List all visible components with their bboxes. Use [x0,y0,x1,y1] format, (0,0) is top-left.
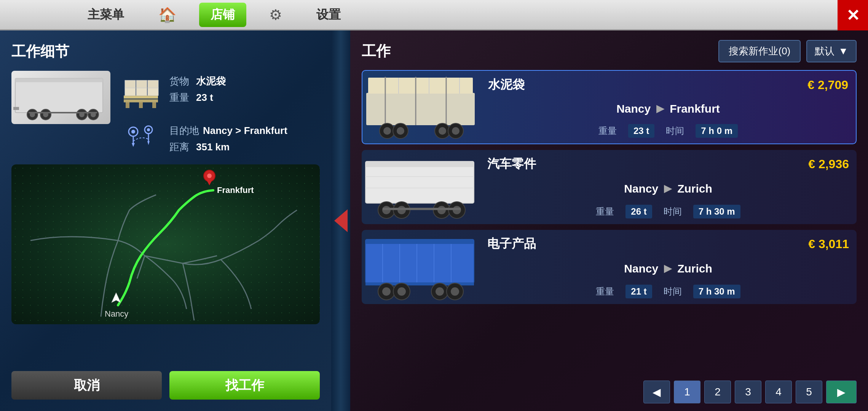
job-2-from: Nancy [624,182,658,195]
job-list: 水泥袋 € 2,709 Nancy ▶ Frankfurt 重量 23 t 时间… [362,70,857,304]
svg-text:Frankfurt: Frankfurt [217,185,254,195]
search-new-jobs-button[interactable]: 搜索新作业(0) [718,40,801,62]
time-stat-label-2: 时间 [664,206,682,218]
job-card-3-info: 电子产品 € 3,011 Nancy ▶ Zurich 重量 21 t 时间 7… [480,230,857,304]
job-1-cargo: 水泥袋 [488,76,525,93]
job-1-from: Nancy [616,102,651,115]
svg-rect-22 [152,102,156,108]
truck-image [11,71,110,124]
svg-rect-18 [136,80,147,88]
page-3-button[interactable]: 3 [735,381,761,403]
job-card-1-image [362,71,480,143]
job-card-3-header: 电子产品 € 3,011 [487,236,849,252]
svg-marker-33 [206,180,212,185]
route-arrow-icon: ▶ [656,103,664,115]
collapse-arrow-icon[interactable] [334,209,348,232]
location-row: 目的地 Nancy > Frankfurt 距离 351 km [118,122,320,157]
cargo-details: 货物 水泥袋 重量 23 t [169,71,320,107]
page-2-button[interactable]: 2 [704,381,731,403]
right-controls: 搜索新作业(0) 默认 ▼ [718,40,857,62]
right-panel-title: 工作 [362,41,391,61]
job-1-to: Frankfurt [670,102,720,115]
job-2-cargo: 汽车零件 [487,156,536,172]
job-2-route: Nancy ▶ Zurich [487,182,849,195]
job-1-stats: 重量 23 t 时间 7 h 0 m [488,124,848,138]
svg-rect-20 [126,102,129,108]
svg-rect-21 [139,102,143,108]
svg-rect-15 [136,88,147,96]
map-area: Frankfurt Nancy [11,164,320,324]
page-next-button[interactable]: ▶ [826,381,857,403]
map-svg: Frankfurt Nancy [11,164,320,324]
svg-rect-11 [13,107,19,110]
weight-label: 重量 [169,91,192,104]
find-job-button[interactable]: 找工作 [169,371,320,400]
weight-stat-label-1: 重量 [598,125,617,137]
default-sort-button[interactable]: 默认 ▼ [806,40,857,62]
job-3-to: Zurich [677,262,712,275]
svg-rect-14 [125,88,136,96]
time-stat-value-1: 7 h 0 m [696,124,738,138]
distance-row: 距离 351 km [169,140,320,154]
job-detail-top: 货物 水泥袋 重量 23 t [11,71,320,157]
weight-stat-value-3: 21 t [625,285,652,298]
svg-rect-12 [124,96,158,99]
nav-items: 主菜单 🏠 店铺 ⚙ 设置 [0,3,868,27]
svg-rect-13 [124,99,158,102]
job-card-2-image [362,150,480,224]
svg-rect-38 [368,78,473,94]
route-arrow-icon-2: ▶ [664,183,672,194]
main-content: 工作细节 [0,30,868,411]
nav-home-icon[interactable]: 🏠 [158,6,176,23]
svg-point-50 [439,127,446,135]
svg-rect-1 [15,78,103,82]
right-header: 工作 搜索新作业(0) 默认 ▼ [362,40,857,62]
svg-text:Nancy: Nancy [105,309,128,319]
page-4-button[interactable]: 4 [765,381,792,403]
cargo-icon [118,71,164,116]
nav-shop[interactable]: 店铺 [199,3,246,27]
svg-point-32 [207,174,212,178]
job-card-2-header: 汽车零件 € 2,936 [487,156,849,172]
location-details: 目的地 Nancy > Frankfurt 距离 351 km [169,122,320,157]
top-nav: 主菜单 🏠 店铺 ⚙ 设置 ✕ [0,0,868,30]
bottom-buttons: 取消 找工作 [11,371,320,400]
location-icon [118,122,164,153]
job-card-2-info: 汽车零件 € 2,936 Nancy ▶ Zurich 重量 26 t 时间 7… [480,150,857,224]
job-card-3[interactable]: 电子产品 € 3,011 Nancy ▶ Zurich 重量 21 t 时间 7… [362,230,857,304]
cargo-label: 货物 [169,75,192,88]
weight-stat-value-1: 23 t [628,124,654,138]
nav-main-menu[interactable]: 主菜单 [76,3,136,27]
panel-divider [331,30,350,411]
job-3-route: Nancy ▶ Zurich [487,262,849,275]
svg-point-24 [131,130,135,134]
destination-value: Nancy > Frankfurt [203,125,287,137]
close-button[interactable]: ✕ [838,0,868,30]
job-3-from: Nancy [624,262,658,275]
weight-detail-row: 重量 23 t [169,91,320,104]
distance-label: 距离 [169,140,192,154]
nav-settings[interactable]: 设置 [305,3,352,27]
pagination: ◀ 1 2 3 4 5 ▶ [354,381,868,403]
left-panel-title: 工作细节 [11,42,320,61]
svg-point-46 [383,127,391,135]
page-1-button[interactable]: 1 [674,381,700,403]
nav-gear-icon[interactable]: ⚙ [269,6,282,23]
cancel-button[interactable]: 取消 [11,371,162,400]
weight-stat-value-2: 26 t [625,205,652,218]
job-card-2[interactable]: 汽车零件 € 2,936 Nancy ▶ Zurich 重量 26 t 时间 7… [362,150,857,224]
svg-point-75 [382,287,391,296]
page-5-button[interactable]: 5 [796,381,822,403]
job-3-cargo: 电子产品 [487,236,536,252]
svg-point-48 [397,127,404,135]
svg-rect-16 [148,88,158,96]
svg-point-81 [451,287,459,296]
destination-row: 目的地 Nancy > Frankfurt [169,124,320,137]
svg-rect-67 [365,239,474,244]
page-prev-button[interactable]: ◀ [643,381,670,403]
right-panel: 工作 搜索新作业(0) 默认 ▼ [350,30,868,411]
job-3-stats: 重量 21 t 时间 7 h 30 m [487,285,849,298]
svg-point-28 [147,128,150,131]
svg-point-77 [397,287,406,296]
job-card-1[interactable]: 水泥袋 € 2,709 Nancy ▶ Frankfurt 重量 23 t 时间… [362,70,857,144]
